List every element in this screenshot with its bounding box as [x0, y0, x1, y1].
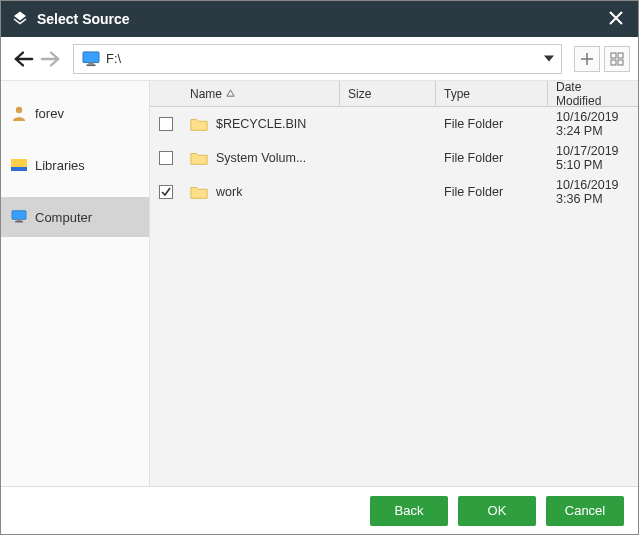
folder-icon	[190, 184, 208, 200]
window-title: Select Source	[37, 11, 604, 27]
close-button[interactable]	[604, 6, 628, 33]
file-type: File Folder	[444, 151, 503, 165]
file-name: work	[216, 185, 242, 199]
folder-icon	[190, 150, 208, 166]
file-date: 10/16/2019 3:36 PM	[556, 178, 630, 206]
svg-rect-0	[83, 51, 99, 62]
path-text: F:\	[106, 51, 121, 66]
sidebar-item-forev[interactable]: forev	[1, 93, 149, 133]
svg-rect-8	[12, 211, 26, 220]
computer-icon	[11, 209, 27, 225]
folder-icon	[190, 116, 208, 132]
navigation-bar: F:\	[1, 37, 638, 81]
sidebar-item-libraries[interactable]: Libraries	[1, 145, 149, 185]
file-list: Name Size Type Date Modified	[149, 81, 638, 486]
column-date[interactable]: Date Modified	[548, 81, 638, 106]
nav-forward-button[interactable]	[37, 45, 65, 73]
file-row[interactable]: $RECYCLE.BIN File Folder 10/16/2019 3:24…	[150, 107, 638, 141]
libraries-icon	[11, 157, 27, 173]
sidebar: forev Libraries Computer	[1, 81, 149, 486]
file-row[interactable]: work File Folder 10/16/2019 3:36 PM	[150, 175, 638, 209]
footer: Back OK Cancel	[1, 486, 638, 534]
row-checkbox[interactable]	[159, 185, 173, 199]
svg-rect-5	[611, 60, 616, 65]
file-date: 10/17/2019 5:10 PM	[556, 144, 630, 172]
cancel-button[interactable]: Cancel	[546, 496, 624, 526]
svg-point-7	[16, 107, 22, 113]
svg-rect-10	[15, 221, 23, 223]
path-input[interactable]: F:\	[73, 44, 562, 74]
svg-rect-9	[17, 219, 22, 221]
drive-icon	[82, 51, 100, 67]
file-type: File Folder	[444, 117, 503, 131]
path-dropdown-icon[interactable]	[543, 51, 555, 66]
sidebar-item-label: Computer	[35, 210, 92, 225]
sidebar-item-label: forev	[35, 106, 64, 121]
column-name[interactable]: Name	[182, 81, 340, 106]
row-checkbox[interactable]	[159, 151, 173, 165]
back-button[interactable]: Back	[370, 496, 448, 526]
nav-back-button[interactable]	[9, 45, 37, 73]
user-icon	[11, 105, 27, 121]
new-folder-button[interactable]	[574, 46, 600, 72]
file-date: 10/16/2019 3:24 PM	[556, 110, 630, 138]
sort-ascending-icon	[226, 89, 235, 98]
svg-rect-3	[611, 53, 616, 58]
file-type: File Folder	[444, 185, 503, 199]
file-name: System Volum...	[216, 151, 306, 165]
file-row[interactable]: System Volum... File Folder 10/17/2019 5…	[150, 141, 638, 175]
svg-rect-2	[87, 64, 96, 66]
sidebar-item-label: Libraries	[35, 158, 85, 173]
row-checkbox[interactable]	[159, 117, 173, 131]
column-headers: Name Size Type Date Modified	[150, 81, 638, 107]
app-icon	[11, 10, 29, 28]
view-buttons	[574, 46, 630, 72]
column-checkbox[interactable]	[150, 81, 182, 106]
file-name: $RECYCLE.BIN	[216, 117, 306, 131]
ok-button[interactable]: OK	[458, 496, 536, 526]
select-source-window: Select Source F:\	[0, 0, 639, 535]
dialog-body: forev Libraries Computer Name	[1, 81, 638, 486]
titlebar: Select Source	[1, 1, 638, 37]
svg-rect-4	[618, 53, 623, 58]
sidebar-item-computer[interactable]: Computer	[1, 197, 149, 237]
column-type[interactable]: Type	[436, 81, 548, 106]
svg-rect-6	[618, 60, 623, 65]
svg-rect-1	[88, 62, 93, 64]
view-mode-button[interactable]	[604, 46, 630, 72]
column-size[interactable]: Size	[340, 81, 436, 106]
file-rows: $RECYCLE.BIN File Folder 10/16/2019 3:24…	[150, 107, 638, 486]
